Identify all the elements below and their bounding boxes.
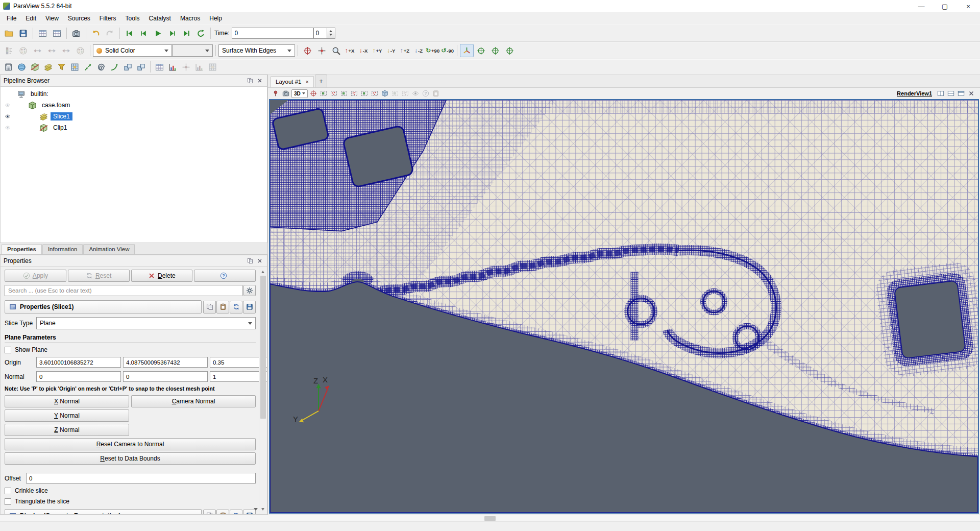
panel-overflow-chevron-icon[interactable] xyxy=(254,508,258,513)
render-view-canvas[interactable]: Z X Y xyxy=(270,100,978,513)
contour-icon[interactable] xyxy=(15,61,28,73)
normal-y-field[interactable] xyxy=(123,371,208,382)
set-view-plus-z-button[interactable]: ↑+Z xyxy=(398,44,411,57)
pick-center-icon[interactable] xyxy=(488,44,502,57)
layout-tab-1[interactable]: Layout #1 × xyxy=(271,76,314,87)
offset-field[interactable] xyxy=(26,473,256,484)
menu-tools[interactable]: Tools xyxy=(121,13,144,23)
select-block-icon[interactable] xyxy=(380,89,390,99)
tab-information[interactable]: Information xyxy=(42,244,83,254)
open-file-icon[interactable] xyxy=(2,27,16,40)
select-points-polygon-icon[interactable] xyxy=(370,89,380,99)
set-view-plus-x-button[interactable]: ↑+X xyxy=(343,44,356,57)
y-normal-button[interactable]: Y Normal xyxy=(5,409,129,422)
glyph-icon[interactable] xyxy=(82,61,94,73)
time-index-stepper[interactable] xyxy=(327,28,335,39)
menu-macros[interactable]: Macros xyxy=(176,13,205,23)
set-view-minus-z-button[interactable]: ↓-Z xyxy=(412,44,425,57)
spreadsheet-view-icon[interactable] xyxy=(153,61,166,73)
hover-points-icon[interactable] xyxy=(411,89,421,99)
extract-selection-icon[interactable] xyxy=(206,61,219,73)
menu-view[interactable]: View xyxy=(41,13,63,23)
reset-camera-icon[interactable] xyxy=(301,44,314,57)
menu-catalyst[interactable]: Catalyst xyxy=(144,13,176,23)
time-value-field[interactable] xyxy=(232,28,313,39)
save-state-icon[interactable] xyxy=(50,27,64,40)
triangulate-slice-checkbox[interactable] xyxy=(5,498,11,505)
extract-subset-icon[interactable] xyxy=(68,61,81,73)
select-points-on-icon[interactable] xyxy=(329,89,339,99)
interactive-select-points-icon[interactable] xyxy=(401,89,410,99)
scroll-up-icon[interactable] xyxy=(261,268,264,275)
x-normal-button[interactable]: X Normal xyxy=(5,395,129,407)
time-index-field[interactable] xyxy=(313,28,327,39)
selection-help-icon[interactable] xyxy=(421,89,431,99)
reset-button[interactable]: Reset xyxy=(68,270,130,282)
zoom-to-box-icon[interactable] xyxy=(329,44,343,57)
visibility-eye-icon[interactable] xyxy=(3,125,13,131)
maximize-button[interactable]: ▢ xyxy=(933,0,957,12)
camera-normal-button[interactable]: Camera Normal xyxy=(131,395,256,407)
pipeline-item-builtin[interactable]: builtin: xyxy=(1,88,267,100)
clip-icon[interactable] xyxy=(29,61,41,73)
interaction-mode-dropdown[interactable]: 3D xyxy=(291,89,308,98)
color-by-dropdown[interactable]: Solid Color xyxy=(93,44,172,57)
crinkle-slice-checkbox[interactable] xyxy=(5,488,11,494)
pipeline-item-case-foam[interactable]: case.foam xyxy=(1,100,267,111)
help-button[interactable] xyxy=(194,270,256,282)
slice-type-dropdown[interactable]: Plane xyxy=(36,317,256,329)
save-screenshot-icon[interactable] xyxy=(69,27,83,40)
redo-icon[interactable] xyxy=(103,27,117,40)
menu-help[interactable]: Help xyxy=(205,13,227,23)
select-cells-through-icon[interactable] xyxy=(339,89,349,99)
slice-icon[interactable] xyxy=(42,61,55,73)
pipeline-item-slice1[interactable]: Slice1 xyxy=(1,111,267,122)
stream-tracer-icon[interactable] xyxy=(95,61,108,73)
calculator-icon[interactable] xyxy=(2,61,15,73)
rescale-temporal-icon[interactable] xyxy=(59,44,73,57)
representation-toolbar-dropdown[interactable]: Surface With Edges xyxy=(218,44,295,57)
undo-icon[interactable] xyxy=(89,27,103,40)
new-layout-tab-button[interactable]: + xyxy=(315,75,327,87)
copy-properties-icon[interactable] xyxy=(203,301,216,313)
play-icon[interactable] xyxy=(151,27,165,40)
properties-scrollbar[interactable] xyxy=(259,268,266,514)
close-layout-tab-icon[interactable]: × xyxy=(306,79,309,85)
set-view-minus-y-button[interactable]: ↓-Y xyxy=(384,44,398,57)
float-dock-icon[interactable] xyxy=(246,257,254,265)
render-viewport[interactable]: Z X Y xyxy=(269,99,979,514)
plot-over-line-icon[interactable] xyxy=(166,61,179,73)
capture-view-icon[interactable] xyxy=(281,89,290,99)
interactive-select-cells-icon[interactable] xyxy=(390,89,400,99)
reset-center-icon[interactable] xyxy=(503,44,517,57)
visibility-eye-icon[interactable] xyxy=(3,102,13,108)
first-frame-icon[interactable] xyxy=(122,27,136,40)
restore-defaults-icon[interactable] xyxy=(230,301,242,313)
copy-selection-icon[interactable] xyxy=(431,89,441,99)
copy-properties-icon[interactable] xyxy=(203,510,216,515)
normal-x-field[interactable] xyxy=(36,371,121,382)
menu-filters[interactable]: Filters xyxy=(95,13,121,23)
warp-by-vector-icon[interactable] xyxy=(108,61,121,73)
minimize-button[interactable]: — xyxy=(910,0,933,12)
close-view-icon[interactable] xyxy=(966,89,976,99)
load-state-icon[interactable] xyxy=(36,27,50,40)
menu-file[interactable]: File xyxy=(2,13,21,23)
threshold-icon[interactable] xyxy=(55,61,68,73)
visibility-eye-icon[interactable] xyxy=(3,113,13,119)
reset-to-data-bounds-button[interactable]: Reset to Data Bounds xyxy=(5,452,256,465)
show-orientation-axes-icon[interactable] xyxy=(460,44,474,57)
rescale-custom-icon[interactable] xyxy=(45,44,59,57)
pipeline-item-clip1[interactable]: Clip1 xyxy=(1,122,267,133)
properties-section-bar[interactable]: Properties (Slice1) xyxy=(5,300,202,313)
set-view-minus-x-button[interactable]: ↓-X xyxy=(357,44,370,57)
save-data-icon[interactable] xyxy=(16,27,30,40)
probe-location-icon[interactable] xyxy=(180,61,192,73)
split-horizontal-icon[interactable] xyxy=(936,89,945,99)
color-component-dropdown[interactable] xyxy=(172,44,213,57)
float-dock-icon[interactable] xyxy=(246,77,254,85)
tab-properties[interactable]: Properties xyxy=(2,244,42,254)
group-datasets-icon[interactable] xyxy=(121,61,134,73)
select-points-through-icon[interactable] xyxy=(350,89,359,99)
extract-group-icon[interactable] xyxy=(135,61,148,73)
